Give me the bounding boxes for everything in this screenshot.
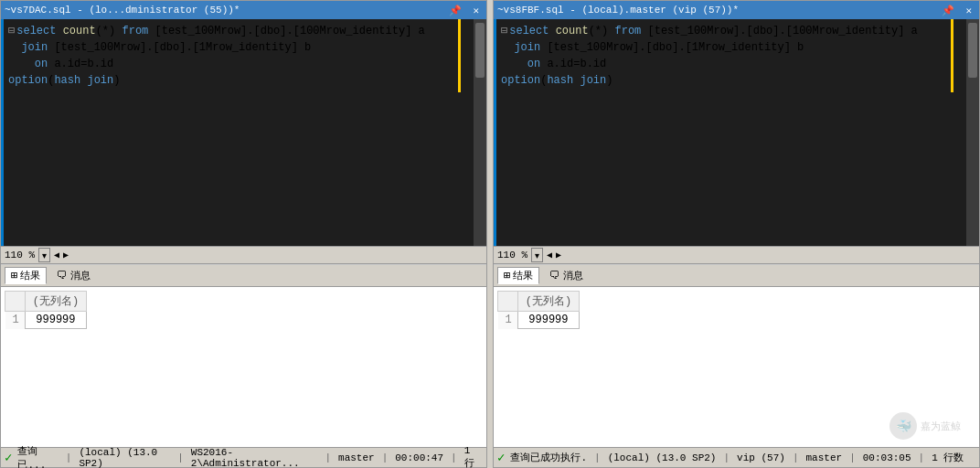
left-row-num-header (5, 292, 26, 312)
left-status-icon: ✓ (5, 450, 12, 465)
right-tab-messages[interactable]: 🗨 消息 (543, 267, 590, 284)
left-status-time: 00:00:47 (395, 452, 443, 463)
left-row-value-1: 999999 (25, 312, 86, 329)
left-results-grid-icon: ⊞ (11, 269, 17, 282)
right-status-icon: ✓ (497, 450, 505, 465)
right-sql-line-4: option ( hash join ) (501, 72, 944, 89)
left-title-bar: ~vs7DAC.sql - (lo...dministrator (55))* … (1, 1, 486, 19)
expand-icon-1[interactable]: ⊟ (8, 23, 15, 39)
right-results-label: 结果 (513, 269, 533, 282)
right-yellow-bar (951, 19, 953, 92)
right-sql-line-1: ⊟ select count (*) from [test_100Mrow].[… (501, 23, 944, 39)
right-scroll-right-arrow[interactable]: ▶ (556, 250, 561, 261)
right-title-text: ~vs8FBF.sql - (local).master (vip (57))* (497, 5, 934, 16)
left-col-header: (无列名) (25, 292, 86, 312)
right-zoom-dropdown[interactable]: ▾ (531, 248, 543, 262)
right-scrollbar[interactable] (966, 19, 979, 246)
left-results-label: 结果 (20, 269, 40, 282)
right-status-server: (local) (13.0 SP2) (608, 452, 717, 463)
right-row-num-header (498, 292, 518, 312)
sql-line-1: ⊟ select count (*) from [test_100Mrow].[… (8, 23, 452, 39)
left-status-db: master (338, 452, 375, 463)
right-status-bar: ✓ 查询已成功执行. | (local) (13.0 SP2) | vip (5… (494, 447, 979, 467)
right-scroll-thumb[interactable] (968, 23, 977, 78)
left-results-table: (无列名) 1 999999 (5, 291, 87, 329)
right-results-grid-icon: ⊞ (504, 269, 510, 282)
right-blue-bar (494, 19, 496, 246)
right-row-value-1: 999999 (517, 312, 579, 329)
main-container: ~vs7DAC.sql - (lo...dministrator (55))* … (0, 0, 980, 468)
left-editor-container: ⊟ select count (*) from [test_100Mrow].[… (1, 19, 486, 246)
right-title-bar: ~vs8FBF.sql - (local).master (vip (57))*… (494, 1, 979, 19)
right-row-num-1: 1 (498, 312, 518, 329)
left-tab-messages[interactable]: 🗨 消息 (50, 267, 97, 284)
left-messages-label: 消息 (70, 269, 91, 282)
right-zoom-value: 110 % (497, 250, 527, 261)
right-results-table: (无列名) 1 999999 (497, 291, 580, 329)
left-status-server: (local) (13.0 SP2) (79, 447, 170, 469)
left-blue-bar (1, 19, 4, 246)
left-zoom-bar: 110 % ▾ ◀ ▶ (1, 246, 486, 264)
left-close-btn[interactable]: ✕ (469, 5, 483, 16)
left-status-instance: WS2016-2\Administrator... (191, 447, 318, 469)
right-expand-icon-1[interactable]: ⊟ (501, 23, 507, 39)
right-results-panel: ⊞ 结果 🗨 消息 (无列名) (494, 264, 979, 447)
table-row: 1 999999 (498, 312, 580, 329)
right-results-tabs: ⊞ 结果 🗨 消息 (494, 265, 979, 287)
right-panel: ~vs8FBF.sql - (local).master (vip (57))*… (493, 0, 980, 468)
left-messages-icon: 🗨 (57, 269, 68, 282)
right-editor-container: ⊟ select count (*) from [test_100Mrow].[… (494, 19, 979, 246)
right-status-instance: vip (57) (737, 452, 785, 463)
right-editor-content[interactable]: ⊟ select count (*) from [test_100Mrow].[… (494, 19, 966, 246)
left-zoom-dropdown[interactable]: ▾ (38, 248, 50, 262)
left-status-bar: ✓ 查询已... | (local) (13.0 SP2) | WS2016-2… (1, 447, 486, 467)
right-status-text: 查询已成功执行. (510, 451, 587, 464)
left-zoom-value: 110 % (5, 250, 35, 261)
left-scroll-left-arrow[interactable]: ◀ (54, 250, 59, 261)
sql-line-4: option ( hash join ) (8, 72, 452, 89)
left-scroll-thumb[interactable] (475, 23, 485, 78)
right-status-time: 00:03:05 (863, 452, 911, 463)
left-status-text: 查询已... (17, 444, 58, 469)
left-results-panel: ⊞ 结果 🗨 消息 (无列名) (1, 264, 486, 447)
right-tab-results[interactable]: ⊞ 结果 (497, 267, 539, 284)
right-col-header: (无列名) (517, 292, 579, 312)
right-status-rows: 1 行数 (932, 451, 964, 464)
right-zoom-bar: 110 % ▾ ◀ ▶ (494, 246, 979, 264)
left-pin-btn[interactable]: 📌 (445, 5, 465, 16)
sql-line-2: join [test_100Mrow].[dbo].[1Mrow_identit… (8, 39, 452, 56)
right-sql-line-2: join [test_100Mrow].[dbo].[1Mrow_identit… (501, 39, 944, 56)
right-status-db: master (806, 452, 843, 463)
left-scrollbar[interactable] (474, 19, 486, 246)
right-messages-icon: 🗨 (549, 269, 560, 282)
right-messages-label: 消息 (563, 269, 583, 282)
right-close-btn[interactable]: ✕ (962, 5, 975, 16)
left-results-tabs: ⊞ 结果 🗨 消息 (1, 265, 486, 287)
left-title-text: ~vs7DAC.sql - (lo...dministrator (55))* (5, 5, 442, 16)
sql-line-3: on a.id=b.id (8, 56, 452, 72)
left-results-grid: (无列名) 1 999999 (1, 287, 486, 447)
right-sql-line-3: on a.id=b.id (501, 56, 944, 72)
right-pin-btn[interactable]: 📌 (938, 5, 958, 16)
left-row-num-1: 1 (5, 312, 26, 329)
left-scroll-right-arrow[interactable]: ▶ (63, 250, 69, 261)
left-yellow-bar (458, 19, 461, 92)
left-editor-content[interactable]: ⊟ select count (*) from [test_100Mrow].[… (1, 19, 474, 246)
left-panel: ~vs7DAC.sql - (lo...dministrator (55))* … (0, 0, 487, 468)
table-row: 1 999999 (5, 312, 87, 329)
right-results-grid: (无列名) 1 999999 (494, 287, 979, 447)
right-scroll-left-arrow[interactable]: ◀ (547, 250, 552, 261)
left-tab-results[interactable]: ⊞ 结果 (5, 267, 47, 284)
left-status-rows: 1 行 (464, 445, 483, 468)
